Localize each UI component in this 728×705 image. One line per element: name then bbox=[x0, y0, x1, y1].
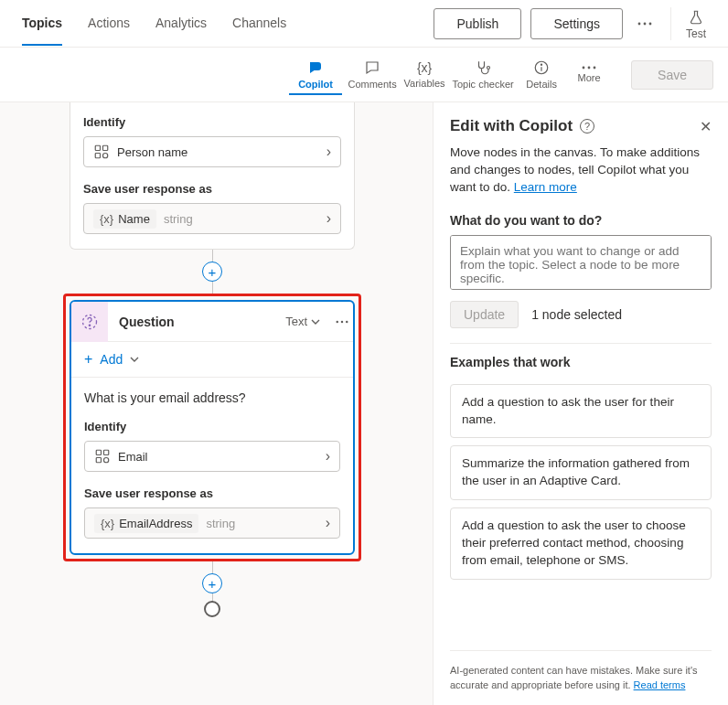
node-menu-button[interactable] bbox=[331, 309, 353, 335]
variable-name: Name bbox=[118, 212, 150, 226]
tool-more[interactable]: More bbox=[567, 60, 611, 89]
tool-comments-label: Comments bbox=[348, 79, 396, 90]
identify-field[interactable]: Email › bbox=[84, 441, 340, 472]
canvas[interactable]: Identify Person name › Save user respons… bbox=[0, 102, 434, 705]
svg-point-3 bbox=[487, 67, 490, 69]
end-node bbox=[204, 601, 220, 617]
example-card[interactable]: Add a question to ask the user for their… bbox=[450, 384, 712, 439]
tab-analytics[interactable]: Analytics bbox=[155, 2, 207, 46]
publish-button[interactable]: Publish bbox=[434, 8, 521, 39]
tab-topics[interactable]: Topics bbox=[22, 2, 62, 46]
tab-channels[interactable]: Channels bbox=[232, 2, 286, 46]
node-stack: Identify Person name › Save user respons… bbox=[70, 102, 355, 617]
tool-topic-checker-label: Topic checker bbox=[452, 79, 513, 90]
tab-actions[interactable]: Actions bbox=[88, 2, 130, 46]
update-button[interactable]: Update bbox=[450, 301, 519, 328]
selection-highlight: Question Text + Add bbox=[63, 294, 361, 561]
info-icon bbox=[533, 59, 550, 76]
close-button[interactable]: ✕ bbox=[700, 118, 712, 135]
identify-value: Email bbox=[118, 450, 148, 464]
panel-title: Edit with Copilot bbox=[450, 117, 573, 135]
tool-details-label: Details bbox=[526, 79, 557, 90]
copilot-panel: Edit with Copilot ? ✕ Move nodes in the … bbox=[434, 102, 728, 705]
selection-status: 1 node selected bbox=[531, 307, 622, 322]
svg-point-8 bbox=[588, 67, 591, 69]
entity-icon bbox=[94, 448, 111, 465]
svg-rect-12 bbox=[95, 154, 100, 158]
svg-rect-19 bbox=[96, 450, 101, 454]
variable-icon: {x} bbox=[101, 517, 114, 530]
node-person-name[interactable]: Identify Person name › Save user respons… bbox=[70, 102, 355, 250]
save-as-field[interactable]: {x} Name string › bbox=[83, 203, 341, 234]
ellipsis-icon bbox=[582, 66, 596, 69]
prompt-input[interactable] bbox=[450, 235, 712, 290]
top-nav: Topics Actions Analytics Channels Publis… bbox=[0, 0, 728, 48]
save-as-field[interactable]: {x} EmailAddress string › bbox=[84, 507, 340, 539]
save-as-label: Save user response as bbox=[83, 182, 341, 196]
settings-button[interactable]: Settings bbox=[530, 8, 623, 39]
copilot-icon bbox=[307, 59, 324, 76]
add-label: Add bbox=[100, 352, 123, 367]
tool-variables-label: Variables bbox=[404, 78, 445, 89]
variable-icon: {x} bbox=[100, 212, 113, 226]
learn-more-link[interactable]: Learn more bbox=[514, 180, 577, 194]
ellipsis-icon bbox=[637, 22, 652, 26]
add-node-button[interactable]: + bbox=[202, 573, 222, 593]
tool-copilot[interactable]: Copilot bbox=[289, 54, 342, 95]
question-text[interactable]: What is your email address? bbox=[84, 390, 340, 405]
divider bbox=[670, 7, 671, 40]
update-row: Update 1 node selected bbox=[450, 301, 712, 328]
chevron-right-icon: › bbox=[327, 144, 331, 160]
display-mode-toggle[interactable]: Text bbox=[285, 315, 320, 328]
chevron-right-icon: › bbox=[326, 515, 330, 531]
example-card[interactable]: Summarize the information gathered from … bbox=[450, 445, 712, 500]
node-question-email[interactable]: Question Text + Add bbox=[70, 300, 355, 555]
plus-icon: + bbox=[84, 351, 92, 368]
svg-rect-20 bbox=[104, 450, 109, 454]
add-node-button[interactable]: + bbox=[202, 262, 222, 282]
panel-header: Edit with Copilot ? ✕ bbox=[450, 117, 712, 135]
help-button[interactable]: ? bbox=[580, 119, 594, 134]
test-label: Test bbox=[686, 27, 706, 40]
tool-topic-checker[interactable]: Topic checker bbox=[450, 54, 516, 95]
svg-point-9 bbox=[594, 67, 596, 69]
top-nav-tabs: Topics Actions Analytics Channels bbox=[22, 2, 434, 46]
stethoscope-icon bbox=[475, 59, 491, 76]
add-button[interactable]: + Add bbox=[71, 342, 353, 378]
prompt-heading: What do you want to do? bbox=[450, 213, 712, 228]
disclaimer: AI-generated content can have mistakes. … bbox=[450, 650, 712, 692]
identify-field[interactable]: Person name › bbox=[83, 136, 341, 167]
tool-more-label: More bbox=[578, 72, 601, 83]
connector bbox=[212, 281, 213, 294]
chevron-right-icon: › bbox=[327, 210, 331, 227]
variables-icon: {x} bbox=[417, 60, 432, 75]
chevron-down-icon bbox=[311, 319, 320, 325]
question-body: What is your email address? Identify Ema… bbox=[71, 378, 353, 553]
read-terms-link[interactable]: Read terms bbox=[634, 679, 686, 690]
svg-point-16 bbox=[337, 320, 338, 322]
divider bbox=[450, 343, 712, 344]
connector bbox=[212, 250, 213, 262]
examples-heading: Examples that work bbox=[450, 355, 712, 369]
flask-icon bbox=[688, 9, 704, 26]
svg-point-7 bbox=[583, 67, 585, 69]
tool-comments[interactable]: Comments bbox=[346, 54, 399, 95]
question-icon-box bbox=[71, 302, 108, 342]
test-button[interactable]: Test bbox=[686, 7, 706, 40]
variable-name: EmailAddress bbox=[119, 517, 192, 530]
save-button[interactable]: Save bbox=[631, 60, 713, 90]
tool-details[interactable]: Details bbox=[519, 54, 563, 95]
overflow-button[interactable] bbox=[632, 11, 658, 37]
display-mode-label: Text bbox=[285, 315, 307, 328]
question-icon bbox=[80, 313, 99, 331]
save-as-label: Save user response as bbox=[84, 486, 340, 500]
identify-label: Identify bbox=[84, 420, 340, 433]
svg-point-2 bbox=[649, 22, 652, 25]
tool-variables[interactable]: {x} Variables bbox=[402, 55, 446, 94]
example-card[interactable]: Add a question to ask the user to choose… bbox=[450, 507, 712, 580]
chevron-right-icon: › bbox=[326, 448, 330, 465]
variable-chip: {x} Name bbox=[93, 209, 156, 229]
question-title: Question bbox=[108, 315, 285, 329]
chevron-down-icon bbox=[130, 357, 139, 362]
toolbar: Copilot Comments {x} Variables Topic che… bbox=[0, 48, 728, 102]
